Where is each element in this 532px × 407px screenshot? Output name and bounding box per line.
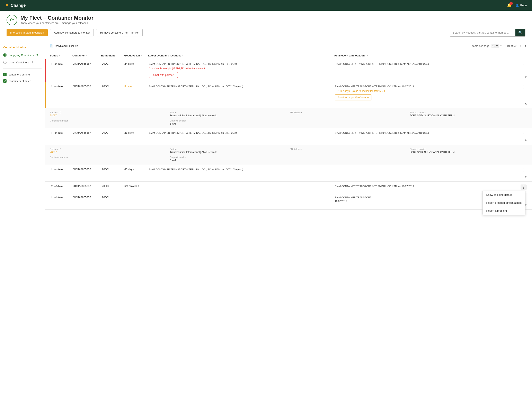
prev-page-button[interactable]: ‹: [519, 43, 522, 48]
eta-text-2: ETA in 7 days – close to destination (MI…: [335, 89, 521, 93]
equipment-3: 20DC: [102, 131, 124, 134]
chat-partner-button-1[interactable]: Chat with partner: [149, 72, 178, 78]
notification-button[interactable]: 🔔 1: [507, 3, 512, 8]
table-row: ⬆ on-hire XCHA7865357 20DC 23 days SIAM …: [45, 128, 532, 165]
col-header-status[interactable]: Status ⇅: [50, 54, 72, 57]
checkbox-off-hired[interactable]: containers off-hired: [0, 78, 45, 84]
status-arrow-icon-5: ⬆: [51, 184, 53, 188]
using-radio: [3, 61, 7, 64]
row-main-6[interactable]: ⬆ off-hired XCHA7865357 20DC SIAM CONTAI…: [45, 193, 532, 209]
expand-button-4[interactable]: ∨: [525, 175, 527, 179]
context-report-problem[interactable]: Report a problem: [483, 207, 525, 215]
provide-dropoff-button-2[interactable]: Provide drop-off reference: [335, 94, 372, 101]
col-header-latest-event[interactable]: Latest event and location: ⇅: [148, 54, 334, 57]
user-icon: 👤: [516, 4, 519, 7]
logo-text: Change: [11, 3, 26, 8]
sidebar-divider: [3, 69, 41, 69]
expand-request-id-3: Request ID 78037: [50, 148, 167, 154]
expand-button-3[interactable]: ∧: [525, 138, 527, 142]
col-latest-label: Latest event and location:: [148, 54, 181, 57]
row-main-1[interactable]: ⬆ on-hire XCHA7865357 20DC 24 days SIAM …: [45, 59, 532, 82]
expand-partner-3: Partner Transmeridian International | At…: [170, 148, 287, 154]
context-report-dropped[interactable]: Report dropped-off containers: [483, 199, 525, 207]
sidebar-item-using[interactable]: Using Containers ⬇: [0, 59, 45, 66]
checkbox-on-hire[interactable]: containers on-hire: [0, 71, 45, 78]
final-event-1: SIAM CONTAINER TRANSPORT & TERMINAL CO.,…: [335, 62, 521, 66]
freedays-3: 23 days: [124, 131, 149, 134]
row-actions-5: ⋮: [521, 184, 527, 190]
content-toolbar: 📄 Download Excel file Items per page: 10…: [45, 40, 532, 52]
more-options-button-2[interactable]: ⋮: [521, 85, 526, 89]
status-arrow-icon: ⬆: [51, 62, 53, 65]
sidebar: Container Monitor Supplying Containers ⬆…: [0, 40, 45, 407]
topnav-right: 🔔 1 👤 Peter: [507, 3, 527, 8]
search-button[interactable]: 🔍: [516, 29, 525, 36]
download-label: Download Excel file: [55, 44, 78, 47]
expand-button-2[interactable]: ∧: [525, 102, 527, 105]
expand-button-1[interactable]: ∨: [525, 75, 527, 79]
download-excel-link[interactable]: 📄 Download Excel file: [50, 44, 78, 47]
search-input[interactable]: [450, 29, 516, 36]
expand-dropoff-3: Drop-off location SIAM: [170, 156, 287, 162]
download-icon: ⬇: [31, 61, 33, 64]
status-cell-6: ⬆ off-hired: [51, 196, 73, 199]
status-cell-5: ⬆ off-hired: [51, 184, 73, 188]
col-container-label: Container: [72, 54, 85, 57]
sort-status-icon: ⇅: [59, 55, 61, 57]
row-main-3[interactable]: ⬆ on-hire XCHA7865357 20DC 23 days SIAM …: [45, 128, 532, 145]
table-row: ⬆ off-hired XCHA7865357 20DC SIAM CONTAI…: [45, 193, 532, 210]
logo[interactable]: ✕ Change: [5, 3, 26, 8]
sort-freedays-icon: ⇅: [141, 55, 143, 57]
sidebar-item-supplying[interactable]: Supplying Containers ⬆: [0, 51, 45, 59]
row-main-2[interactable]: ⬆ on-hire XCHA7865357 20DC 3 days SIAM C…: [45, 82, 532, 108]
container-1: XCHA7865357: [73, 62, 102, 65]
more-options-button-4[interactable]: ⋮: [521, 168, 526, 172]
col-header-equipment[interactable]: Equipment ⇅: [101, 54, 124, 57]
per-page-select[interactable]: 10 25 50: [492, 44, 499, 48]
final-event-5: SIAM CONTAINER TRANSPORT & TERMINAL CO.,…: [335, 184, 521, 188]
integration-button[interactable]: Interested in data integration: [7, 29, 48, 36]
per-page-label: Items per page:: [472, 44, 490, 47]
topnav: ✕ Change 🔔 1 👤 Peter: [0, 0, 532, 11]
next-page-button[interactable]: ›: [524, 43, 527, 48]
latest-event-3: SIAM CONTAINER TRANSPORT & TERMINAL CO.,…: [149, 131, 335, 135]
final-event-3: SIAM CONTAINER TRANSPORT & TERMINAL CO.,…: [335, 131, 521, 135]
status-text-3: on-hire: [55, 131, 63, 134]
more-options-button-3[interactable]: ⋮: [521, 131, 526, 136]
more-options-button-1[interactable]: ⋮: [521, 62, 526, 67]
checkbox-on-hire-label: containers on-hire: [8, 73, 30, 76]
user-name: Peter: [520, 4, 527, 7]
alert-text-1: Container is in origin (MIAMI,FL) withou…: [149, 67, 335, 70]
container-3: XCHA7865357: [73, 131, 102, 134]
row-expanded-2: Request ID 78037 Partner Transmeridian I…: [45, 108, 532, 128]
equipment-6: 20DC: [102, 196, 124, 199]
col-header-container[interactable]: Container ⇅: [72, 54, 101, 57]
status-cell-2: ⬆ on-hire: [51, 85, 73, 88]
col-header-freedays[interactable]: Freedays left ⇅: [124, 54, 148, 57]
latest-event-1: SIAM CONTAINER TRANSPORT & TERMINAL CO.,…: [149, 62, 335, 78]
page-title: My Fleet – Container Monitor: [20, 15, 94, 21]
remove-containers-button[interactable]: Remove containers from monitor: [96, 29, 143, 36]
context-show-shipping[interactable]: Show shipping details: [483, 191, 525, 199]
content-area: 📄 Download Excel file Items per page: 10…: [45, 40, 532, 407]
add-containers-button[interactable]: Add new containers to monitor: [50, 29, 94, 36]
col-header-final-event[interactable]: Final event and location: ⇅: [334, 54, 521, 57]
supplying-radio: [3, 53, 7, 57]
col-final-label: Final event and location:: [334, 54, 365, 57]
status-text-6: off-hired: [55, 196, 64, 199]
container-6: XCHA7865357: [73, 196, 102, 199]
checkbox-off-hired-box: [3, 79, 7, 83]
logo-x-icon: ✕: [5, 3, 8, 8]
status-cell-4: ⬆ on-hire: [51, 168, 73, 171]
more-options-button-5[interactable]: ⋮: [521, 184, 527, 190]
row-actions-4: ⋮ ∨: [521, 168, 527, 179]
page-subtitle: Know where your containers are – manage …: [20, 22, 94, 24]
row-main-4[interactable]: ⬆ on-hire XCHA7865357 20DC 45 days SIAM …: [45, 165, 532, 181]
row-main-5[interactable]: ⬆ off-hired XCHA7865357 20DC not provide…: [45, 182, 532, 193]
expand-partner: Partner Transmeridian International | At…: [170, 111, 287, 117]
freedays-2: 3 days: [124, 85, 149, 88]
sort-final-icon: ⇅: [366, 55, 368, 57]
context-menu: Show shipping details Report dropped-off…: [483, 191, 525, 215]
status-arrow-icon-2: ⬆: [51, 85, 53, 88]
user-menu-button[interactable]: 👤 Peter: [516, 4, 527, 7]
